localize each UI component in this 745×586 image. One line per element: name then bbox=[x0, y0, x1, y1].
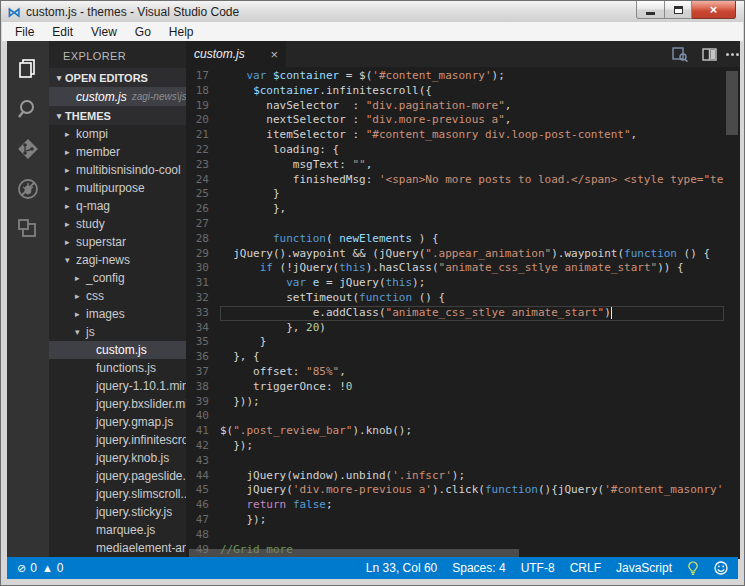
status-spaces[interactable]: Spaces: 4 bbox=[452, 561, 505, 575]
debug-icon[interactable] bbox=[7, 169, 49, 209]
status-javascript[interactable]: JavaScript bbox=[616, 561, 672, 575]
code-line-27[interactable]: 27 bbox=[186, 217, 724, 232]
tree-item-multibisnisindo-cool[interactable]: ▸multibisnisindo-cool bbox=[49, 161, 186, 179]
menu-file[interactable]: File bbox=[6, 22, 43, 41]
code-line-20[interactable]: 20 nextSelector : "div.more-previous a", bbox=[186, 113, 724, 128]
chevron-down-icon: ▾ bbox=[75, 327, 86, 337]
tree-item-jquery-infinitescro-[interactable]: jquery.infinitescro... bbox=[49, 431, 186, 449]
problems-status[interactable]: ⊘0▲0 bbox=[17, 561, 63, 575]
code-line-35[interactable]: 35 } bbox=[186, 335, 724, 350]
code-line-33[interactable]: 33 e.addClass("animate_css_stlye animate… bbox=[186, 306, 724, 321]
code-line-23[interactable]: 23 msgText: "", bbox=[186, 158, 724, 173]
tree-item-js[interactable]: ▾js bbox=[49, 323, 186, 341]
code-line-18[interactable]: 18 $container.infinitescroll({ bbox=[186, 84, 724, 99]
lightbulb-icon[interactable] bbox=[687, 561, 699, 576]
open-editors-label: OPEN EDITORS bbox=[65, 72, 148, 84]
tree-item-marquee-js[interactable]: marquee.js bbox=[49, 521, 186, 539]
title-bar[interactable]: ⋈ custom.js - themes - Visual Studio Cod… bbox=[1, 1, 744, 22]
source-control-icon[interactable] bbox=[7, 129, 49, 169]
tree-item-jquery-sticky-js[interactable]: jquery.sticky.js bbox=[49, 503, 186, 521]
code-line-22[interactable]: 22 loading: { bbox=[186, 143, 724, 158]
code-line-46[interactable]: 46 return false; bbox=[186, 498, 724, 513]
tree-item--config[interactable]: ▸_config bbox=[49, 269, 186, 287]
tree-item-css[interactable]: ▸css bbox=[49, 287, 186, 305]
tree-item-jquery-slimscroll-[interactable]: jquery.slimscroll.... bbox=[49, 485, 186, 503]
code-line-37[interactable]: 37 offset: "85%", bbox=[186, 365, 724, 380]
editor-actions bbox=[672, 41, 734, 67]
code-line-26[interactable]: 26 }, bbox=[186, 202, 724, 217]
menu-edit[interactable]: Edit bbox=[43, 22, 82, 41]
code-line-48[interactable]: 48 bbox=[186, 528, 724, 543]
themes-header[interactable]: ▾ THEMES bbox=[49, 106, 186, 125]
code-line-47[interactable]: 47 }); bbox=[186, 513, 724, 528]
code-line-21[interactable]: 21 itemSelector : "#content_masonry div.… bbox=[186, 128, 724, 143]
editor-vertical-scrollbar[interactable] bbox=[724, 67, 740, 559]
code-line-40[interactable]: 40 bbox=[186, 409, 724, 424]
open-editors-header[interactable]: ▾ OPEN EDITORS bbox=[49, 68, 186, 87]
code-line-28[interactable]: 28 function( newElements ) { bbox=[186, 232, 724, 247]
tree-item-member[interactable]: ▸member bbox=[49, 143, 186, 161]
split-editor-icon[interactable] bbox=[702, 48, 717, 61]
chevron-right-icon: ▸ bbox=[65, 219, 76, 229]
tree-item-superstar[interactable]: ▸superstar bbox=[49, 233, 186, 251]
status-crlf[interactable]: CRLF bbox=[570, 561, 601, 575]
tree-item-zagi-news[interactable]: ▾zagi-news bbox=[49, 251, 186, 269]
tab-custom-js[interactable]: custom.js × bbox=[186, 41, 286, 67]
sidebar-explorer: EXPLORER ▾ OPEN EDITORS custom.jszagi-ne… bbox=[49, 41, 186, 559]
status-bar: ⊘0▲0 Ln 33, Col 60Spaces: 4UTF-8CRLFJava… bbox=[7, 557, 738, 579]
tree-item-images[interactable]: ▸images bbox=[49, 305, 186, 323]
status-utf-8[interactable]: UTF-8 bbox=[521, 561, 555, 575]
code-line-32[interactable]: 32 setTimeout(function () { bbox=[186, 291, 724, 306]
tab-close-icon[interactable]: × bbox=[270, 47, 278, 62]
code-line-25[interactable]: 25 } bbox=[186, 187, 724, 202]
feedback-smiley-icon[interactable] bbox=[714, 561, 728, 575]
explorer-icon[interactable] bbox=[7, 49, 49, 89]
extensions-icon[interactable] bbox=[7, 209, 49, 249]
warning-count[interactable]: ▲0 bbox=[42, 561, 64, 575]
code-line-38[interactable]: 38 triggerOnce: !0 bbox=[186, 380, 724, 395]
code-line-24[interactable]: 24 finishedMsg: '<span>No more posts to … bbox=[186, 173, 724, 188]
code-line-41[interactable]: 41$(".post_review_bar").knob(); bbox=[186, 424, 724, 439]
more-actions-icon[interactable] bbox=[731, 53, 734, 56]
tree-item-jquery-knob-js[interactable]: jquery.knob.js bbox=[49, 449, 186, 467]
code-line-42[interactable]: 42 }); bbox=[186, 439, 724, 454]
code-editor[interactable]: 17 var $container = $('#content_masonry'… bbox=[186, 67, 724, 559]
open-editor-item[interactable]: custom.jszagi-news\js bbox=[49, 87, 186, 106]
menu-help[interactable]: Help bbox=[160, 22, 203, 41]
tree-item-functions-js[interactable]: functions.js bbox=[49, 359, 186, 377]
code-line-36[interactable]: 36 }, { bbox=[186, 350, 724, 365]
tree-item-custom-js[interactable]: custom.js bbox=[49, 341, 186, 359]
code-line-34[interactable]: 34 }, 20) bbox=[186, 321, 724, 336]
code-line-43[interactable]: 43 bbox=[186, 454, 724, 469]
code-line-30[interactable]: 30 if (!jQuery(this).hasClass("animate_c… bbox=[186, 261, 724, 276]
error-count[interactable]: ⊘0 bbox=[17, 561, 37, 575]
search-icon[interactable] bbox=[7, 89, 49, 129]
tree-item-multipurpose[interactable]: ▸multipurpose bbox=[49, 179, 186, 197]
chevron-right-icon: ▸ bbox=[65, 147, 76, 157]
code-line-17[interactable]: 17 var $container = $('#content_masonry'… bbox=[186, 69, 724, 84]
code-line-45[interactable]: 45 jQuery('div.more-previous a').click(f… bbox=[186, 483, 724, 498]
tree-item-mediaelement-an-[interactable]: mediaelement-an... bbox=[49, 539, 186, 557]
menu-view[interactable]: View bbox=[82, 22, 126, 41]
tree-item-jquery-gmap-js[interactable]: jquery.gmap.js bbox=[49, 413, 186, 431]
error-icon: ⊘ bbox=[17, 563, 26, 574]
tree-item-jquery-pageslide-[interactable]: jquery.pageslide.... bbox=[49, 467, 186, 485]
status-ln[interactable]: Ln 33, Col 60 bbox=[366, 561, 437, 575]
minimize-button[interactable] bbox=[636, 1, 665, 19]
code-line-31[interactable]: 31 var e = jQuery(this); bbox=[186, 276, 724, 291]
code-line-19[interactable]: 19 navSelector : "div.pagination-more", bbox=[186, 99, 724, 114]
maximize-button[interactable] bbox=[665, 1, 692, 19]
code-line-39[interactable]: 39 })); bbox=[186, 395, 724, 410]
tree-item-q-mag[interactable]: ▸q-mag bbox=[49, 197, 186, 215]
menu-go[interactable]: Go bbox=[126, 22, 160, 41]
tree-item-kompi[interactable]: ▸kompi bbox=[49, 125, 186, 143]
tree-item-jquery-bxslider-mi-[interactable]: jquery.bxslider.mi... bbox=[49, 395, 186, 413]
scrollbar-thumb[interactable] bbox=[726, 71, 738, 135]
chevron-down-icon: ▾ bbox=[53, 73, 65, 83]
tree-item-study[interactable]: ▸study bbox=[49, 215, 186, 233]
tree-item-jquery-1-10-1-min-js[interactable]: jquery-1.10.1.min.js bbox=[49, 377, 186, 395]
code-line-44[interactable]: 44 jQuery(window).unbind('.infscr'); bbox=[186, 469, 724, 484]
code-line-29[interactable]: 29 jQuery().waypoint && (jQuery(".appear… bbox=[186, 247, 724, 262]
open-preview-icon[interactable] bbox=[672, 47, 688, 62]
close-button[interactable]: × bbox=[692, 1, 736, 19]
